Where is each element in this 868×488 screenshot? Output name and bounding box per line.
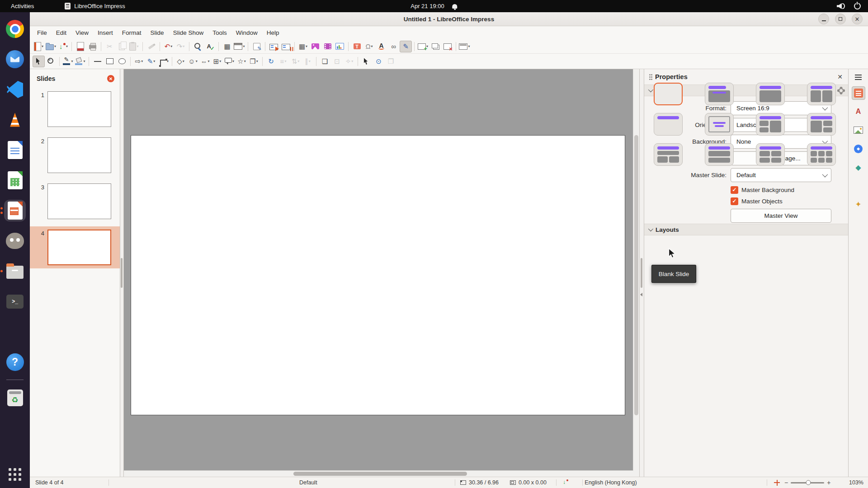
layout-centered-text[interactable] bbox=[705, 113, 734, 136]
dock-item-vlc[interactable] bbox=[4, 109, 26, 131]
dropdown-caret-icon[interactable]: ▾ bbox=[232, 59, 234, 63]
rectangle-button[interactable] bbox=[104, 56, 116, 67]
current-slide-page[interactable] bbox=[131, 135, 625, 415]
sidebar-tab-slide-transition[interactable] bbox=[852, 179, 865, 192]
insert-media-button[interactable] bbox=[321, 41, 334, 52]
find-and-replace-button[interactable] bbox=[192, 41, 204, 52]
minimize-button[interactable] bbox=[818, 14, 829, 24]
print-button[interactable] bbox=[86, 41, 99, 52]
sidebar-settings-icon[interactable] bbox=[855, 75, 862, 75]
insert-fontwork-button[interactable] bbox=[375, 41, 387, 52]
zoom-and-pan-button[interactable] bbox=[45, 56, 57, 67]
undo-button[interactable]: ↶▾ bbox=[162, 41, 175, 52]
dock-item-thunderbird[interactable] bbox=[4, 48, 26, 70]
dock-item-help[interactable] bbox=[4, 351, 26, 373]
dropdown-caret-icon[interactable]: ▾ bbox=[66, 44, 68, 48]
sidebar-tab-master-slides[interactable] bbox=[852, 216, 865, 230]
layout-2content-content[interactable] bbox=[756, 113, 785, 136]
shadow-button[interactable]: ❏ bbox=[319, 56, 331, 67]
new-presentation-button[interactable]: ▾ bbox=[33, 41, 45, 52]
layouts-section-header[interactable]: Layouts bbox=[644, 224, 848, 235]
slide-thumbnail-2[interactable]: 2 bbox=[30, 134, 120, 176]
focused-app-menu[interactable]: LibreOffice Impress bbox=[65, 3, 125, 9]
zoom-percent[interactable]: 103% bbox=[844, 477, 863, 488]
panel-grip-icon[interactable] bbox=[649, 74, 651, 75]
dropdown-caret-icon[interactable]: ▾ bbox=[351, 59, 353, 63]
insert-text-box-button[interactable] bbox=[351, 41, 363, 52]
show-applications-button[interactable] bbox=[9, 468, 21, 481]
dropdown-caret-icon[interactable]: ▾ bbox=[170, 44, 172, 48]
menu-format[interactable]: Format bbox=[118, 27, 146, 38]
new-slide-button[interactable]: ▾ bbox=[417, 41, 429, 52]
sidebar-tab-properties[interactable] bbox=[852, 86, 865, 100]
insert-chart-button[interactable] bbox=[334, 41, 346, 52]
delete-slide-button[interactable] bbox=[441, 41, 453, 52]
dropdown-caret-icon[interactable]: ▾ bbox=[71, 59, 73, 63]
fit-slide-button[interactable] bbox=[774, 477, 780, 488]
dropdown-caret-icon[interactable]: ▾ bbox=[83, 59, 85, 63]
connectors-button[interactable]: ▾ bbox=[157, 56, 170, 67]
flowchart-button[interactable]: ⊞▾ bbox=[211, 56, 223, 67]
layout-title-subtitle[interactable] bbox=[705, 83, 734, 105]
start-from-first-slide-button[interactable] bbox=[268, 41, 280, 52]
gear-icon[interactable] bbox=[839, 88, 844, 93]
dock-item-vscode[interactable] bbox=[4, 79, 26, 100]
dock-item-libreoffice-calc[interactable] bbox=[4, 169, 26, 191]
spelling-button[interactable] bbox=[204, 41, 216, 52]
dock-item-libreoffice-writer[interactable] bbox=[4, 139, 26, 161]
zoom-out-icon[interactable]: − bbox=[784, 479, 788, 486]
zoom-in-icon[interactable]: + bbox=[827, 479, 830, 486]
slides-panel-close-icon[interactable]: ✕ bbox=[107, 75, 114, 82]
line-color-button[interactable]: ▾ bbox=[62, 56, 74, 67]
menu-help[interactable]: Help bbox=[262, 27, 284, 38]
slide-thumbnail-1[interactable]: 1 bbox=[30, 88, 120, 130]
dropdown-caret-icon[interactable]: ▾ bbox=[371, 44, 373, 48]
slide-layout-button[interactable]: ▾ bbox=[458, 41, 471, 52]
curves-and-polygons-button[interactable]: ✎▾ bbox=[145, 56, 157, 67]
sidebar-tab-shapes[interactable] bbox=[852, 160, 865, 174]
title-bar[interactable]: Untitled 1 - LibreOffice Impress ✕ bbox=[30, 12, 868, 26]
insert-image-button[interactable] bbox=[309, 41, 321, 52]
vertical-scrollbar[interactable] bbox=[633, 69, 639, 471]
activities-button[interactable]: Activities bbox=[8, 2, 37, 10]
slide-thumbnail-4[interactable]: 4 bbox=[30, 226, 120, 268]
menu-window[interactable]: Window bbox=[231, 27, 262, 38]
layout-4content[interactable] bbox=[756, 143, 785, 166]
zoom-slider[interactable]: − + bbox=[784, 477, 830, 488]
slides-panel-splitter[interactable] bbox=[120, 69, 124, 477]
lines-and-arrows-button[interactable]: ⇨▾ bbox=[133, 56, 145, 67]
symbol-shapes-button[interactable]: ☺▾ bbox=[187, 56, 199, 67]
zoom-slider-track[interactable] bbox=[791, 482, 824, 483]
dropdown-caret-icon[interactable]: ▾ bbox=[183, 59, 184, 63]
insert-table-button[interactable]: ▦▾ bbox=[297, 41, 309, 52]
open-file-button[interactable]: ▾ bbox=[45, 41, 57, 52]
layout-title-2content[interactable] bbox=[807, 83, 836, 105]
vertical-scrollbar-thumb[interactable] bbox=[634, 135, 638, 415]
checkbox-checked-icon[interactable]: ✓ bbox=[731, 197, 738, 205]
menu-slide[interactable]: Slide bbox=[146, 27, 169, 38]
dropdown-caret-icon[interactable]: ▾ bbox=[284, 59, 286, 63]
stars-and-banners-button[interactable]: ☆▾ bbox=[236, 56, 248, 67]
menu-view[interactable]: View bbox=[71, 27, 93, 38]
dock-item-terminal[interactable] bbox=[4, 291, 26, 312]
master-view-button[interactable]: Master View bbox=[731, 209, 831, 223]
menu-edit[interactable]: Edit bbox=[52, 27, 71, 38]
sidebar-tab-animation[interactable] bbox=[852, 197, 865, 211]
show-draw-functions-button[interactable] bbox=[400, 41, 412, 52]
dropdown-caret-icon[interactable]: ▾ bbox=[141, 59, 143, 63]
slide-canvas[interactable] bbox=[124, 69, 639, 477]
duplicate-slide-button[interactable] bbox=[429, 41, 441, 52]
menu-tools[interactable]: Tools bbox=[208, 27, 231, 38]
dropdown-caret-icon[interactable]: ▾ bbox=[244, 59, 246, 63]
insert-hyperlink-button[interactable]: ∞ bbox=[387, 41, 400, 52]
layout-blank[interactable] bbox=[654, 83, 683, 105]
block-arrows-button[interactable]: ⇔▾ bbox=[199, 56, 211, 67]
dropdown-caret-icon[interactable]: ▾ bbox=[256, 59, 258, 63]
export-pdf-button[interactable] bbox=[74, 41, 86, 52]
master-slide-select[interactable]: Default bbox=[731, 168, 831, 182]
edit-points-button[interactable] bbox=[360, 56, 373, 67]
zoom-slider-thumb[interactable] bbox=[806, 480, 811, 485]
glue-points-button[interactable]: ⊙ bbox=[373, 56, 385, 67]
close-button[interactable]: ✕ bbox=[852, 14, 863, 24]
dropdown-caret-icon[interactable]: ▾ bbox=[243, 44, 245, 48]
